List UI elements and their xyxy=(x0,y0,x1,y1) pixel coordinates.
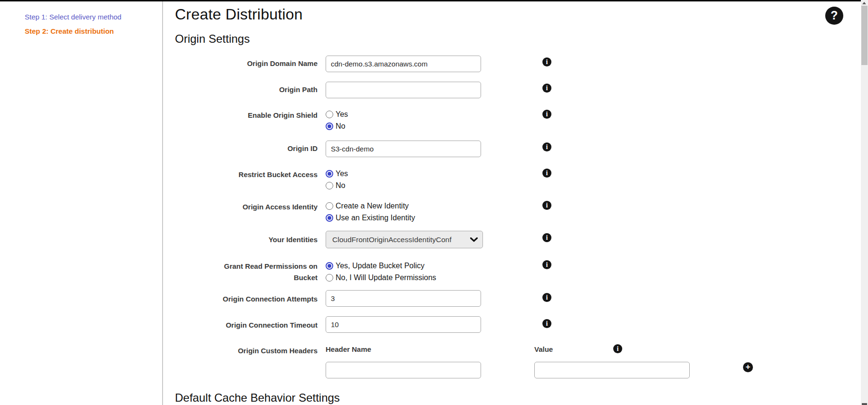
restrict-bucket-access-radio-group: Yes No xyxy=(326,168,348,191)
info-icon[interactable]: i xyxy=(542,57,551,66)
radio-option-label: Yes xyxy=(336,110,348,119)
origin-domain-name-input[interactable] xyxy=(326,56,481,72)
chevron-down-icon xyxy=(470,237,478,242)
info-icon[interactable]: i xyxy=(542,169,551,178)
radio-selected-icon[interactable] xyxy=(326,214,333,222)
page-title: Create Distribution xyxy=(175,6,303,23)
origin-custom-headers-label: Origin Custom Headers xyxy=(175,345,318,357)
default-cache-behavior-heading: Default Cache Behavior Settings xyxy=(175,391,340,405)
sidebar-divider xyxy=(162,1,163,405)
radio-selected-icon[interactable] xyxy=(326,170,333,178)
info-icon[interactable]: i xyxy=(542,201,551,210)
origin-path-input[interactable] xyxy=(326,82,481,98)
enable-origin-shield-radio-group: Yes No xyxy=(326,108,348,132)
origin-path-label: Origin Path xyxy=(175,84,318,95)
add-header-button[interactable]: + xyxy=(743,362,753,372)
info-icon[interactable]: i xyxy=(542,260,551,269)
info-icon[interactable]: i xyxy=(542,233,551,242)
origin-id-input[interactable] xyxy=(326,141,481,157)
grant-read-permissions-label: Grant Read Permissions on Bucket xyxy=(222,261,318,283)
radio-option-label: Yes, Update Bucket Policy xyxy=(336,262,424,270)
origin-domain-name-label: Origin Domain Name xyxy=(175,58,318,69)
scrollbar-down-arrow-icon[interactable] xyxy=(862,403,867,405)
radio-option-label: No xyxy=(336,122,345,131)
info-icon[interactable]: i xyxy=(542,319,551,328)
radio-option-no-i-will-update[interactable]: No, I Will Update Permissions xyxy=(326,272,436,283)
radio-icon[interactable] xyxy=(326,111,333,118)
info-icon[interactable]: i xyxy=(613,344,622,353)
info-icon[interactable]: i xyxy=(542,293,551,302)
info-icon[interactable]: i xyxy=(542,142,551,151)
radio-selected-icon[interactable] xyxy=(326,122,333,130)
radio-option-no[interactable]: No xyxy=(326,179,348,191)
origin-connection-attempts-label: Origin Connection Attempts xyxy=(175,293,318,305)
sidebar-step-1-link[interactable]: Step 1: Select delivery method xyxy=(25,13,158,21)
origin-connection-timeout-input[interactable] xyxy=(326,316,481,333)
sidebar-step-2-current: Step 2: Create distribution xyxy=(25,27,158,35)
radio-selected-icon[interactable] xyxy=(326,262,333,270)
origin-connection-attempts-input[interactable] xyxy=(326,290,481,307)
radio-option-yes-update-bucket-policy[interactable]: Yes, Update Bucket Policy xyxy=(326,260,436,272)
top-border xyxy=(0,0,861,1)
radio-option-label: No xyxy=(336,181,345,190)
your-identities-select[interactable]: CloudFrontOriginAccessIdentityConf xyxy=(326,231,483,248)
radio-option-label: Create a New Identity xyxy=(336,202,409,210)
select-selected-value: CloudFrontOriginAccessIdentityConf xyxy=(332,235,469,244)
radio-option-use-existing-identity[interactable]: Use an Existing Identity xyxy=(326,212,415,224)
origin-access-identity-label: Origin Access Identity xyxy=(175,201,318,213)
origin-id-label: Origin ID xyxy=(175,143,318,154)
radio-icon[interactable] xyxy=(326,182,333,189)
radio-icon[interactable] xyxy=(326,202,333,210)
custom-header-name-input[interactable] xyxy=(326,362,481,378)
your-identities-label: Your Identities xyxy=(175,234,318,245)
radio-option-yes[interactable]: Yes xyxy=(326,108,348,120)
radio-option-label: Use an Existing Identity xyxy=(336,214,415,222)
radio-option-label: Yes xyxy=(336,170,348,178)
scrollbar-thumb[interactable] xyxy=(861,6,868,65)
info-icon[interactable]: i xyxy=(542,110,551,119)
restrict-bucket-access-label: Restrict Bucket Access xyxy=(175,169,318,180)
radio-option-yes[interactable]: Yes xyxy=(326,168,348,179)
header-name-column-label: Header Name xyxy=(326,345,371,353)
help-icon[interactable]: ? xyxy=(825,7,843,25)
radio-icon[interactable] xyxy=(326,274,333,282)
origin-access-identity-radio-group: Create a New Identity Use an Existing Id… xyxy=(326,200,415,224)
origin-settings-heading: Origin Settings xyxy=(175,32,250,46)
radio-option-no[interactable]: No xyxy=(326,120,348,132)
origin-connection-timeout-label: Origin Connection Timeout xyxy=(175,320,318,331)
radio-option-label: No, I Will Update Permissions xyxy=(336,273,436,282)
wizard-steps-sidebar: Step 1: Select delivery method Step 2: C… xyxy=(25,13,158,35)
scrollbar-up-arrow-icon[interactable] xyxy=(862,2,866,4)
value-column-label: Value xyxy=(534,345,553,353)
info-icon[interactable]: i xyxy=(542,84,551,93)
vertical-scrollbar[interactable] xyxy=(861,0,868,405)
custom-header-value-input[interactable] xyxy=(534,362,690,378)
grant-read-permissions-radio-group: Yes, Update Bucket Policy No, I Will Upd… xyxy=(326,260,436,283)
radio-option-create-new-identity[interactable]: Create a New Identity xyxy=(326,200,415,212)
enable-origin-shield-label: Enable Origin Shield xyxy=(175,110,318,121)
